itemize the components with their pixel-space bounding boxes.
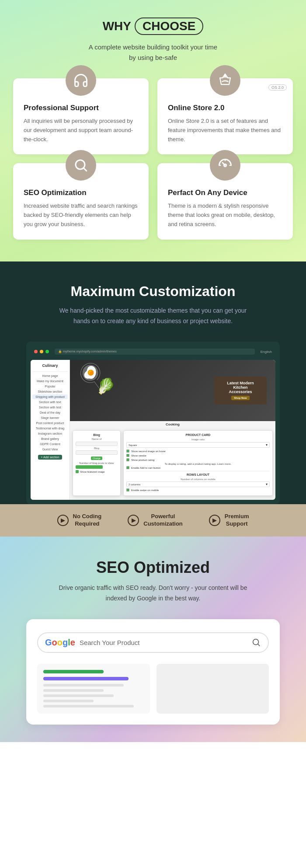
hero-headline: Latest Modern KitchenAccessories xyxy=(220,381,261,394)
panel-divider xyxy=(126,471,270,471)
sidebar-item-brand[interactable]: Brand gallery xyxy=(32,436,68,441)
cols-chevron: ▾ xyxy=(266,482,268,486)
bar-item-premium: ▶ PremiumSupport xyxy=(209,513,249,528)
seo-section: SEO Optimized Drive organic traffic with… xyxy=(0,537,306,742)
panel-image-label: Image ratio xyxy=(126,438,270,441)
nocoding-icon: ▶ xyxy=(57,515,69,526)
label-cart: Enable Add to cart button xyxy=(131,467,160,469)
seo-subtitle: Drive organic traffic with SEO ready. Do… xyxy=(13,583,293,604)
hero-shop-btn[interactable]: Shop Now xyxy=(231,396,249,400)
headset-icon xyxy=(73,73,89,88)
sidebar-item-deal[interactable]: Deal of the day xyxy=(32,410,68,415)
panel-row-2: Show vendor xyxy=(126,454,270,457)
sidebar-item-stage[interactable]: Stage banner xyxy=(32,415,68,420)
add-section-btn[interactable]: + Add section xyxy=(38,455,62,460)
browser-lang: English xyxy=(261,350,272,354)
support-title: Professional Support xyxy=(24,104,138,112)
gauge-icon xyxy=(217,157,233,173)
features-bar: ▶ No CodingRequired ▶ PowerfulCustomizat… xyxy=(0,504,306,537)
sidebar-item-testi[interactable]: Testimonial with drag xyxy=(32,426,68,431)
panel-row-4: Enable Add to cart button xyxy=(126,466,270,469)
checkbox-rating[interactable] xyxy=(126,458,129,461)
label-mobile: Enable swipe on mobile xyxy=(131,489,159,492)
why-choose-section: WHY CHOOSE A complete website building t… xyxy=(0,0,306,261)
cols-select[interactable]: 2 columns ▾ xyxy=(126,481,270,487)
result-bar-purple xyxy=(43,677,129,680)
device-content: Perfact On Any Device Theme is a modern … xyxy=(168,188,282,229)
custom-title: Maximum Customization xyxy=(13,283,293,300)
seo-result-left xyxy=(37,664,150,714)
result-lines xyxy=(43,684,144,708)
checkbox-mobile[interactable] xyxy=(126,488,129,492)
sidebar-item-section[interactable]: Section with text xyxy=(32,400,68,404)
store-desc: Online Store 2.0 is a set of features an… xyxy=(168,117,282,144)
browser-dot-yellow xyxy=(40,350,43,353)
popup-change-btn[interactable]: Change xyxy=(91,457,102,460)
sidebar-item-doc[interactable]: Make my document xyxy=(32,379,68,383)
line-2 xyxy=(43,689,104,692)
browser-dot-red xyxy=(34,350,38,353)
checkbox-hover[interactable] xyxy=(126,450,129,453)
browser-mockup: 🔒 mytheme.myshopify.com/admin/themes Eng… xyxy=(26,342,280,504)
seo-results xyxy=(37,664,269,714)
line-3 xyxy=(43,694,114,697)
sidebar-item-home[interactable]: Home page xyxy=(32,373,68,378)
panel-row-3: Show product rating xyxy=(126,458,270,461)
feature-card-seo: SEO Optimization Increased website traff… xyxy=(13,163,149,239)
hero-veg: 🥬 xyxy=(96,377,115,395)
sidebar-logo: Culinary xyxy=(32,363,68,369)
sidebar-item-ship[interactable]: Shipping with product xyxy=(32,394,68,399)
panel-title: PRODUCT CARD xyxy=(126,433,270,436)
browser-dot-green xyxy=(45,350,49,353)
seo-result-right xyxy=(156,664,269,714)
sidebar-item-popular[interactable]: Popular xyxy=(32,384,68,389)
feature-card-device: Perfact On Any Device Theme is a modern … xyxy=(157,163,293,239)
feature-card-store: OS 2.0 Online Store 2.0 Online Store 2.0… xyxy=(157,78,293,154)
popup-rows-label: Number of blog posts to show xyxy=(76,462,118,464)
browser-url-bar: 🔒 mytheme.myshopify.com/admin/themes xyxy=(55,349,255,355)
panel-row-1: Show second image on hover xyxy=(126,450,270,453)
popup-subtitle: Name of xyxy=(76,438,118,440)
os-badge: OS 2.0 xyxy=(268,84,287,91)
popup-field-blog[interactable] xyxy=(76,450,118,455)
sidebar-item-test[interactable]: Section with test xyxy=(32,405,68,410)
rating-note: To display a rating, add a product ratin… xyxy=(126,463,270,465)
url-text: 🔒 mytheme.myshopify.com/admin/themes xyxy=(58,350,117,353)
browser-bar: 🔒 mytheme.myshopify.com/admin/themes Eng… xyxy=(31,346,275,357)
sidebar-item-gdpr[interactable]: GDPR Content xyxy=(32,442,68,446)
sidebar-item-insta[interactable]: Instagram section xyxy=(32,431,68,436)
cols-val: 2 columns xyxy=(129,483,140,486)
line-5 xyxy=(43,705,134,708)
choose-label: CHOOSE xyxy=(135,17,203,35)
powerful-label: PowerfulCustomization xyxy=(143,513,183,528)
why-title: WHY CHOOSE xyxy=(13,17,293,35)
seo-content: SEO Optimization Increased website traff… xyxy=(24,188,138,229)
popup-field-name[interactable] xyxy=(76,442,118,446)
sidebar-item-guest[interactable]: Guest View xyxy=(32,447,68,452)
support-content: Professional Support All inquiries will … xyxy=(24,104,138,144)
panel-row-mobile: Enable swipe on mobile xyxy=(126,488,270,492)
sidebar-item-post[interactable]: Post content product xyxy=(32,421,68,425)
device-title: Perfact On Any Device xyxy=(168,188,282,197)
label-rating: Show product rating xyxy=(131,459,154,461)
checkbox-vendor[interactable] xyxy=(126,454,129,457)
why-subtitle: A complete website building toolkit your… xyxy=(13,42,293,63)
content-area: Blog Name of Blog Change Number of blog … xyxy=(70,428,275,498)
popup-featured-label: Show featured image xyxy=(80,471,105,473)
popup-checkbox[interactable] xyxy=(76,470,79,473)
browser-sidebar: Culinary Home page Make my document Popu… xyxy=(31,360,70,500)
cols-label: Number of columns on mobile xyxy=(126,478,270,481)
panel-image-select[interactable]: Square ▾ xyxy=(126,442,270,448)
popup-slider[interactable] xyxy=(76,465,103,469)
seo-mockup: Google Search Your Product xyxy=(26,619,280,725)
popup-card: Blog Name of Blog Change Number of blog … xyxy=(73,430,121,496)
customization-section: Maximum Customization We hand-picked the… xyxy=(0,261,306,505)
search-bar[interactable]: Google Search Your Product xyxy=(37,632,269,653)
checkbox-cart[interactable] xyxy=(126,466,129,469)
sidebar-item-slide[interactable]: Slideshow section xyxy=(32,389,68,394)
line-1 xyxy=(43,684,124,687)
google-logo: Google xyxy=(45,638,75,648)
seo-title: SEO Optimized xyxy=(13,558,293,577)
result-bar-green xyxy=(43,670,104,673)
seo-desc: Increased website traffic and search ran… xyxy=(24,202,138,229)
